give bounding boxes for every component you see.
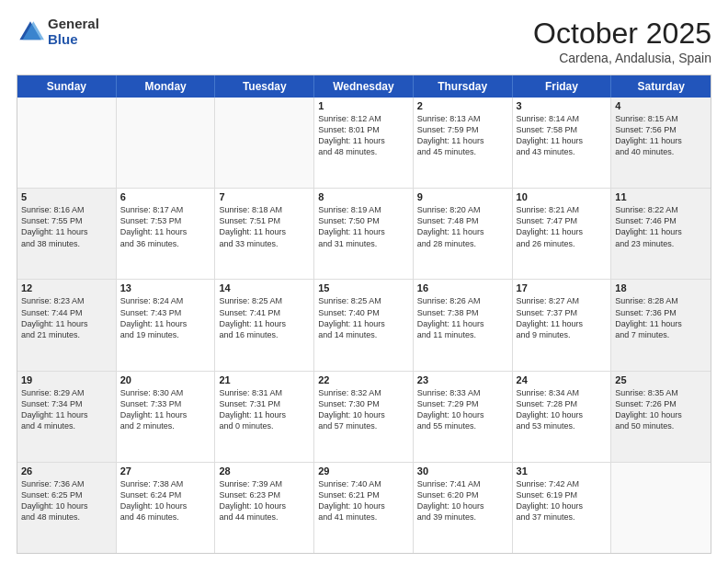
calendar-cell-1: 1Sunrise: 8:12 AM Sunset: 8:01 PM Daylig… — [314, 98, 414, 188]
calendar-cell-5: 5Sunrise: 8:16 AM Sunset: 7:55 PM Daylig… — [17, 189, 117, 279]
day-number: 1 — [318, 100, 409, 111]
calendar-cell-21: 21Sunrise: 8:31 AM Sunset: 7:31 PM Dayli… — [215, 372, 314, 462]
logo-general: General — [48, 17, 99, 32]
logo-icon — [17, 18, 44, 46]
calendar-cell-12: 12Sunrise: 8:23 AM Sunset: 7:44 PM Dayli… — [17, 280, 117, 370]
weekday-header-friday: Friday — [513, 75, 612, 98]
calendar-cell-7: 7Sunrise: 8:18 AM Sunset: 7:51 PM Daylig… — [215, 189, 314, 279]
day-info: Sunrise: 8:17 AM Sunset: 7:53 PM Dayligh… — [120, 204, 211, 249]
day-info: Sunrise: 8:25 AM Sunset: 7:41 PM Dayligh… — [219, 295, 310, 340]
calendar-cell-25: 25Sunrise: 8:35 AM Sunset: 7:26 PM Dayli… — [611, 372, 711, 462]
day-info: Sunrise: 8:21 AM Sunset: 7:47 PM Dayligh… — [517, 204, 608, 249]
calendar-cell-31: 31Sunrise: 7:42 AM Sunset: 6:19 PM Dayli… — [513, 463, 612, 553]
calendar-cell-15: 15Sunrise: 8:25 AM Sunset: 7:40 PM Dayli… — [314, 280, 414, 370]
calendar-cell-9: 9Sunrise: 8:20 AM Sunset: 7:48 PM Daylig… — [414, 189, 513, 279]
day-number: 29 — [318, 465, 409, 477]
calendar-cell-26: 26Sunrise: 7:36 AM Sunset: 6:25 PM Dayli… — [17, 463, 117, 553]
day-info: Sunrise: 8:20 AM Sunset: 7:48 PM Dayligh… — [417, 204, 508, 249]
day-info: Sunrise: 8:22 AM Sunset: 7:46 PM Dayligh… — [615, 204, 707, 249]
day-info: Sunrise: 8:30 AM Sunset: 7:33 PM Dayligh… — [120, 387, 211, 432]
day-number: 21 — [219, 374, 310, 385]
day-number: 26 — [21, 465, 112, 477]
day-info: Sunrise: 8:13 AM Sunset: 7:59 PM Dayligh… — [417, 113, 508, 158]
day-info: Sunrise: 7:40 AM Sunset: 6:21 PM Dayligh… — [318, 478, 409, 523]
calendar-cell-17: 17Sunrise: 8:27 AM Sunset: 7:37 PM Dayli… — [513, 280, 612, 370]
day-number: 25 — [615, 374, 707, 385]
day-number: 28 — [219, 465, 310, 477]
calendar-cell-30: 30Sunrise: 7:41 AM Sunset: 6:20 PM Dayli… — [414, 463, 513, 553]
day-number: 4 — [615, 100, 707, 111]
calendar-cell-2: 2Sunrise: 8:13 AM Sunset: 7:59 PM Daylig… — [414, 98, 513, 188]
weekday-header-tuesday: Tuesday — [215, 75, 314, 98]
title-block: October 2025 Cardena, Andalusia, Spain — [533, 17, 711, 65]
calendar-cell-6: 6Sunrise: 8:17 AM Sunset: 7:53 PM Daylig… — [117, 189, 216, 279]
month-title: October 2025 — [533, 17, 711, 51]
calendar-cell-10: 10Sunrise: 8:21 AM Sunset: 7:47 PM Dayli… — [513, 189, 612, 279]
weekday-header-saturday: Saturday — [611, 75, 711, 98]
calendar-cell-27: 27Sunrise: 7:38 AM Sunset: 6:24 PM Dayli… — [117, 463, 216, 553]
calendar-cell-13: 13Sunrise: 8:24 AM Sunset: 7:43 PM Dayli… — [117, 280, 216, 370]
day-number: 15 — [318, 282, 409, 293]
location: Cardena, Andalusia, Spain — [533, 51, 711, 65]
weekday-header-wednesday: Wednesday — [314, 75, 414, 98]
day-number: 20 — [120, 374, 211, 385]
day-number: 9 — [417, 191, 508, 202]
day-number: 23 — [417, 374, 508, 385]
day-info: Sunrise: 8:12 AM Sunset: 8:01 PM Dayligh… — [318, 113, 409, 158]
day-number: 18 — [615, 282, 707, 293]
day-number: 10 — [517, 191, 608, 202]
day-info: Sunrise: 8:25 AM Sunset: 7:40 PM Dayligh… — [318, 295, 409, 340]
day-info: Sunrise: 8:19 AM Sunset: 7:50 PM Dayligh… — [318, 204, 409, 249]
calendar-cell-19: 19Sunrise: 8:29 AM Sunset: 7:34 PM Dayli… — [17, 372, 117, 462]
calendar-row-4: 26Sunrise: 7:36 AM Sunset: 6:25 PM Dayli… — [17, 462, 711, 553]
calendar-cell-23: 23Sunrise: 8:33 AM Sunset: 7:29 PM Dayli… — [414, 372, 513, 462]
day-number: 19 — [21, 374, 112, 385]
logo-blue: Blue — [48, 32, 99, 48]
day-info: Sunrise: 7:38 AM Sunset: 6:24 PM Dayligh… — [120, 478, 211, 523]
calendar-cell-3: 3Sunrise: 8:14 AM Sunset: 7:58 PM Daylig… — [513, 98, 612, 188]
calendar-cell-empty-4-6 — [611, 463, 711, 553]
day-info: Sunrise: 8:35 AM Sunset: 7:26 PM Dayligh… — [615, 387, 707, 432]
day-info: Sunrise: 8:34 AM Sunset: 7:28 PM Dayligh… — [517, 387, 608, 432]
calendar-row-1: 5Sunrise: 8:16 AM Sunset: 7:55 PM Daylig… — [17, 188, 711, 279]
day-number: 30 — [417, 465, 508, 477]
day-number: 16 — [417, 282, 508, 293]
day-info: Sunrise: 8:28 AM Sunset: 7:36 PM Dayligh… — [615, 295, 707, 340]
page: General Blue October 2025 Cardena, Andal… — [0, 0, 728, 563]
day-number: 13 — [120, 282, 211, 293]
calendar-cell-empty-0-0 — [17, 98, 117, 188]
day-info: Sunrise: 8:29 AM Sunset: 7:34 PM Dayligh… — [21, 387, 112, 432]
weekday-header-sunday: Sunday — [17, 75, 117, 98]
day-info: Sunrise: 8:31 AM Sunset: 7:31 PM Dayligh… — [219, 387, 310, 432]
header: General Blue October 2025 Cardena, Andal… — [17, 17, 711, 65]
day-number: 11 — [615, 191, 707, 202]
day-info: Sunrise: 7:39 AM Sunset: 6:23 PM Dayligh… — [219, 478, 310, 523]
calendar-row-2: 12Sunrise: 8:23 AM Sunset: 7:44 PM Dayli… — [17, 279, 711, 370]
calendar-cell-24: 24Sunrise: 8:34 AM Sunset: 7:28 PM Dayli… — [513, 372, 612, 462]
calendar-row-0: 1Sunrise: 8:12 AM Sunset: 8:01 PM Daylig… — [17, 98, 711, 188]
calendar-row-3: 19Sunrise: 8:29 AM Sunset: 7:34 PM Dayli… — [17, 371, 711, 462]
day-number: 24 — [517, 374, 608, 385]
day-number: 31 — [517, 465, 608, 477]
day-info: Sunrise: 7:42 AM Sunset: 6:19 PM Dayligh… — [517, 478, 608, 523]
calendar-cell-16: 16Sunrise: 8:26 AM Sunset: 7:38 PM Dayli… — [414, 280, 513, 370]
calendar: SundayMondayTuesdayWednesdayThursdayFrid… — [17, 75, 711, 554]
calendar-cell-11: 11Sunrise: 8:22 AM Sunset: 7:46 PM Dayli… — [611, 189, 711, 279]
day-number: 27 — [120, 465, 211, 477]
day-info: Sunrise: 8:18 AM Sunset: 7:51 PM Dayligh… — [219, 204, 310, 249]
calendar-cell-18: 18Sunrise: 8:28 AM Sunset: 7:36 PM Dayli… — [611, 280, 711, 370]
logo: General Blue — [17, 17, 99, 47]
calendar-cell-14: 14Sunrise: 8:25 AM Sunset: 7:41 PM Dayli… — [215, 280, 314, 370]
weekday-header-thursday: Thursday — [414, 75, 513, 98]
calendar-cell-8: 8Sunrise: 8:19 AM Sunset: 7:50 PM Daylig… — [314, 189, 414, 279]
day-info: Sunrise: 8:14 AM Sunset: 7:58 PM Dayligh… — [517, 113, 608, 158]
day-info: Sunrise: 8:32 AM Sunset: 7:30 PM Dayligh… — [318, 387, 409, 432]
day-number: 8 — [318, 191, 409, 202]
day-info: Sunrise: 8:15 AM Sunset: 7:56 PM Dayligh… — [615, 113, 707, 158]
weekday-header-monday: Monday — [117, 75, 216, 98]
day-info: Sunrise: 8:27 AM Sunset: 7:37 PM Dayligh… — [517, 295, 608, 340]
calendar-cell-29: 29Sunrise: 7:40 AM Sunset: 6:21 PM Dayli… — [314, 463, 414, 553]
calendar-body: 1Sunrise: 8:12 AM Sunset: 8:01 PM Daylig… — [17, 98, 711, 553]
calendar-cell-28: 28Sunrise: 7:39 AM Sunset: 6:23 PM Dayli… — [215, 463, 314, 553]
day-number: 7 — [219, 191, 310, 202]
